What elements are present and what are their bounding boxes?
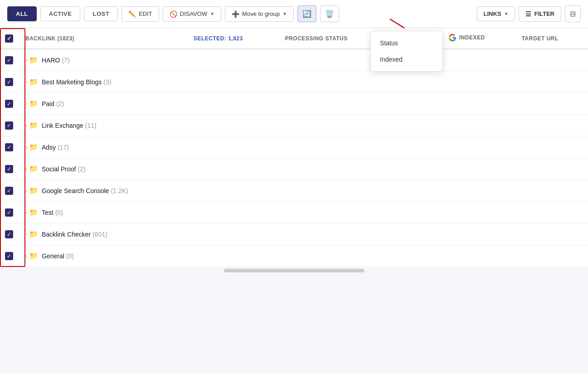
folder-icon-0: 📁 — [29, 56, 38, 64]
group-name-3: Link Exchange — [42, 122, 83, 129]
expand-icon-6[interactable]: › — [25, 188, 27, 194]
table-row: ✓ › 📁 General (0) — [0, 245, 588, 267]
table-header-row: ✓ BACKLINK (1823) SELECTED: 1,823 PROCES… — [0, 28, 588, 49]
header-checkbox-wrapper: ✓ — [4, 34, 15, 43]
scroll-thumb[interactable] — [224, 269, 364, 272]
group-name-9: General — [42, 252, 64, 260]
row-checkbox-cell-2: ✓ — [0, 93, 18, 115]
disavow-label: DISAVOW — [180, 10, 207, 17]
group-name-2: Paid — [42, 100, 54, 107]
filter-lines-icon: ☰ — [525, 10, 531, 18]
folder-icon-7: 📁 — [29, 208, 38, 217]
expand-icon-4[interactable]: › — [25, 144, 27, 150]
links-label: LINKS — [484, 10, 501, 17]
google-g-icon — [448, 34, 457, 42]
row-backlink-cell-2: › 📁 Paid (2) — [18, 93, 186, 115]
row-status-1 — [388, 71, 441, 93]
columns-button[interactable]: ⊟ — [565, 5, 581, 22]
disavow-button[interactable]: 🚫 DISAVOW ▼ — [163, 6, 221, 22]
processing-status-label: PROCESSING STATUS — [285, 35, 348, 42]
disavow-dropdown-arrow: ▼ — [210, 11, 214, 16]
expand-icon-1[interactable]: › — [25, 79, 27, 85]
row-targeturl-1 — [514, 71, 588, 93]
links-button[interactable]: LINKS ▼ — [477, 6, 515, 21]
group-name-6: Google Search Console — [42, 187, 109, 194]
group-count-8: (601) — [92, 231, 107, 238]
group-name-5: Social Proof — [42, 165, 76, 173]
expand-icon-8[interactable]: › — [25, 231, 27, 237]
scroll-area[interactable] — [0, 267, 588, 274]
row-checkbox-3[interactable]: ✓ — [5, 121, 13, 130]
row-checkbox-cell: ✓ — [0, 49, 18, 71]
dropdown-status-item[interactable]: Status — [371, 35, 442, 51]
group-name-1: Best Marketing Blogs — [42, 78, 102, 86]
folder-icon-4: 📁 — [29, 143, 38, 151]
expand-icon-3[interactable]: › — [25, 122, 27, 129]
table-row: ✓ › 📁 Adsy (17) — [0, 136, 588, 158]
group-count-9: (0) — [66, 252, 74, 260]
row-checkbox-1[interactable]: ✓ — [5, 78, 13, 86]
selected-count-label: SELECTED: 1,823 — [194, 35, 243, 42]
expand-icon-5[interactable]: › — [25, 166, 27, 172]
refresh-button[interactable]: 🔄 — [297, 5, 316, 22]
row-checkbox-8[interactable]: ✓ — [5, 230, 13, 238]
toolbar: ALL ACTIVE LOST ✏️ EDIT 🚫 DISAVOW ▼ ➕ Mo… — [0, 0, 588, 28]
folder-icon-1: 📁 — [29, 78, 38, 86]
move-to-group-button[interactable]: ➕ Move to group ▼ — [225, 6, 294, 22]
dropdown-indexed-item[interactable]: Indexed — [371, 51, 442, 68]
table-wrapper: ✓ BACKLINK (1823) SELECTED: 1,823 PROCES… — [0, 28, 588, 267]
row-checkbox-5[interactable]: ✓ — [5, 165, 13, 173]
folder-icon-3: 📁 — [29, 121, 38, 130]
pencil-icon: ✏️ — [128, 10, 136, 18]
expand-icon-7[interactable]: › — [25, 209, 27, 216]
links-dropdown-arrow: ▼ — [504, 11, 509, 16]
table-row: ✓ › 📁 Google Search Console (1.2K) — [0, 180, 588, 202]
eye-slash-icon: 🚫 — [170, 10, 177, 18]
table-row: ✓ › 📁 HARO (7) — [0, 49, 588, 71]
row-checkbox-9[interactable]: ✓ — [5, 252, 13, 260]
group-count-6: (1.2K) — [111, 187, 128, 194]
row-backlink-cell-9: › 📁 General (0) — [18, 245, 186, 267]
row-backlink-cell-5: › 📁 Social Proof (2) — [18, 158, 186, 180]
row-targeturl-0 — [514, 49, 588, 71]
row-processing-1 — [278, 71, 389, 93]
row-backlink-cell-7: › 📁 Test (0) — [18, 202, 186, 223]
group-name-4: Adsy — [42, 144, 56, 151]
target-url-label: TARGET URL — [521, 35, 558, 42]
header-checkbox-col: ✓ — [0, 28, 18, 49]
header-checkbox[interactable]: ✓ — [5, 34, 13, 43]
expand-icon-9[interactable]: › — [25, 253, 27, 259]
filter-label: FILTER — [534, 10, 554, 17]
right-toolbar: LINKS ▼ ☰ FILTER ⊟ — [477, 5, 581, 22]
group-name-0: HARO — [42, 57, 60, 64]
folder-icon-6: 📁 — [29, 186, 38, 195]
table-container: ✓ BACKLINK (1823) SELECTED: 1,823 PROCES… — [0, 28, 588, 267]
expand-icon-0[interactable]: › — [25, 57, 27, 63]
checkmark-0: ✓ — [7, 58, 11, 63]
columns-icon: ⊟ — [570, 10, 576, 18]
row-checkbox-7[interactable]: ✓ — [5, 208, 13, 217]
table-row: ✓ › 📁 Social Proof (2) — [0, 158, 588, 180]
group-count-4: (17) — [58, 144, 69, 151]
move-to-group-label: Move to group — [242, 10, 280, 17]
filter-button[interactable]: ☰ FILTER — [519, 6, 561, 22]
backlinks-table: ✓ BACKLINK (1823) SELECTED: 1,823 PROCES… — [0, 28, 588, 267]
expand-icon-2[interactable]: › — [25, 101, 27, 107]
row-indexed-1 — [441, 71, 515, 93]
row-checkbox-2[interactable]: ✓ — [5, 100, 13, 108]
tab-lost[interactable]: LOST — [84, 6, 118, 21]
row-checkbox-0[interactable]: ✓ — [5, 56, 13, 64]
tab-active[interactable]: ACTIVE — [40, 6, 81, 21]
tab-all[interactable]: ALL — [7, 6, 37, 21]
delete-button[interactable]: 🗑️ — [320, 5, 339, 22]
group-name-8: Backlink Checker — [42, 231, 91, 238]
edit-label: EDIT — [139, 10, 152, 17]
row-checkbox-6[interactable]: ✓ — [5, 187, 13, 195]
edit-button[interactable]: ✏️ EDIT — [121, 6, 159, 22]
group-count-0: (7) — [62, 57, 69, 64]
row-checkbox-4[interactable]: ✓ — [5, 143, 13, 151]
folder-icon-2: 📁 — [29, 99, 38, 108]
folder-icon-9: 📁 — [29, 252, 38, 260]
table-row: ✓ › 📁 Best Marketing Blogs (3) — [0, 71, 588, 93]
indexed-label: INDEXED — [459, 34, 485, 41]
